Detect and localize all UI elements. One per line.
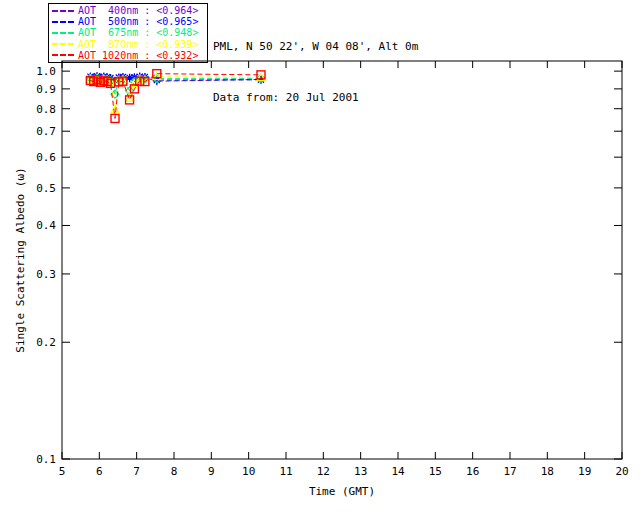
y-tick-label: 0.9 [36,83,56,96]
x-tick-label: 14 [391,465,405,478]
y-tick-label: 0.3 [36,268,56,281]
y-tick-label: 0.6 [36,151,56,164]
y-axis-label: Single Scattering Albedo (ω) [14,167,27,352]
x-tick-label: 7 [133,465,140,478]
x-tick-label: 8 [171,465,178,478]
y-tick-label: 0.7 [36,125,56,138]
x-tick-label: 16 [466,465,479,478]
x-tick-label: 20 [615,465,628,478]
x-tick-label: 19 [578,465,591,478]
y-tick-label: 0.5 [36,182,56,195]
x-tick-label: 17 [503,465,516,478]
plot-page: PML, N 50 22', W 04 08', Alt 0m Data fro… [0,0,640,512]
x-tick-label: 9 [208,465,215,478]
marker-triangle [126,94,134,101]
x-axis-label: Time (GMT) [309,485,375,498]
x-tick-label: 5 [59,465,66,478]
x-tick-label: 18 [541,465,554,478]
x-tick-label: 12 [317,465,330,478]
chart-svg: 5678910111213141516171819201.00.90.80.70… [0,0,640,512]
y-tick-label: 1.0 [36,65,56,78]
y-tick-label: 0.4 [36,219,56,232]
x-tick-label: 10 [242,465,255,478]
x-tick-label: 13 [354,465,367,478]
x-tick-label: 11 [279,465,292,478]
y-tick-label: 0.1 [36,453,56,466]
plot-frame [62,61,622,459]
x-tick-label: 6 [96,465,103,478]
x-tick-label: 15 [429,465,442,478]
y-tick-label: 0.8 [36,103,56,116]
y-tick-label: 0.2 [36,336,56,349]
